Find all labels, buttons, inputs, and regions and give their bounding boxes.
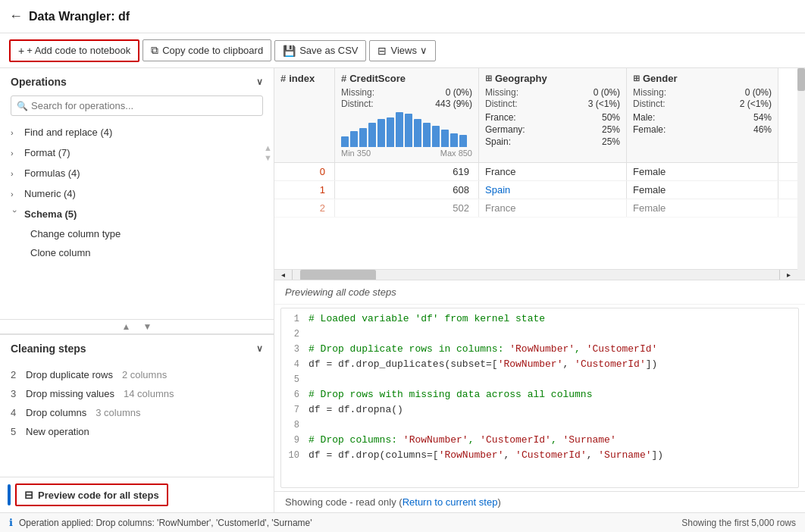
- step-name-3: Drop missing values: [26, 388, 114, 399]
- cleaning-item-5[interactable]: 5 New operation: [0, 422, 274, 441]
- search-icon: 🔍: [17, 101, 28, 111]
- add-code-label: + Add code to notebook: [27, 45, 130, 56]
- ops-item-format[interactable]: › Format (7): [0, 142, 274, 163]
- ops-sub-change-column-type[interactable]: Change column type: [0, 224, 274, 243]
- line-content-2: [309, 328, 798, 343]
- cleaning-item-4[interactable]: 4 Drop columns 3 columns: [0, 403, 274, 422]
- ops-item-numeric[interactable]: › Numeric (4): [0, 183, 274, 204]
- cell-gender-0: Female: [627, 163, 778, 180]
- code-line-8: 8: [281, 419, 798, 434]
- col-header-geography: ⊞ Geography Missing: 0 (0%) Distinct: 3 …: [479, 68, 627, 162]
- ops-item-schema[interactable]: › Schema (5): [0, 204, 274, 224]
- cleaning-item-2[interactable]: 2 Drop duplicate rows 2 columns: [0, 365, 274, 384]
- hscroll-right-btn[interactable]: ▸: [779, 270, 797, 280]
- geo-missing-val: 0 (0%): [594, 87, 620, 98]
- line-num-1: 1: [281, 313, 309, 328]
- left-panel-scroll-down[interactable]: ▼: [264, 154, 272, 162]
- gender-distinct-label: Distinct:: [633, 99, 666, 109]
- gender-female-label: Female:: [633, 124, 666, 135]
- code-line-7: 7 df = df.dropna(): [281, 404, 798, 419]
- views-label: Views ∨: [390, 45, 427, 56]
- cell-index-2: 2: [274, 199, 335, 217]
- chevron-down-icon: ›: [11, 210, 20, 219]
- cleaning-header[interactable]: Cleaning steps ∨: [0, 335, 274, 362]
- line-num-9: 9: [281, 434, 309, 449]
- geo-germany-pct: 25%: [602, 124, 620, 135]
- cell-gender-2: Female: [627, 199, 778, 217]
- preview-btn-area: ⊟ Preview code for all steps: [0, 477, 274, 512]
- ops-numeric-label: Numeric (4): [24, 188, 76, 199]
- geo-distinct-label: Distinct:: [485, 99, 518, 109]
- gender-missing-val: 0 (0%): [745, 87, 772, 98]
- cell-credit-1: 608: [335, 181, 479, 199]
- line-content-4: df = df.drop_duplicates(subset=['RowNumb…: [309, 358, 798, 374]
- return-to-step-link[interactable]: Return to current step: [402, 496, 498, 508]
- code-footer: Showing code - read only (Return to curr…: [274, 491, 805, 512]
- step-detail-2: 2 columns: [122, 369, 167, 380]
- copy-code-button[interactable]: ⧉ Copy code to clipboard: [143, 39, 271, 61]
- grid-vscrollbar[interactable]: [797, 68, 805, 280]
- search-input[interactable]: [11, 95, 263, 116]
- hscroll-left-btn[interactable]: ◂: [274, 270, 293, 280]
- code-preview-label: Previewing all code steps: [274, 280, 805, 305]
- bar-7: [396, 112, 403, 147]
- step-name-2: Drop duplicate rows: [26, 369, 113, 380]
- geo-spain-label: Spain:: [485, 136, 511, 147]
- line-content-7: df = df.dropna(): [309, 404, 798, 419]
- cell-credit-0: 619: [335, 163, 479, 180]
- add-code-button[interactable]: + + Add code to notebook: [9, 39, 139, 62]
- line-content-1: # Loaded variable 'df' from kernel state: [309, 313, 798, 328]
- creditscore-distinct-label: Distinct:: [341, 99, 374, 109]
- back-button[interactable]: ←: [9, 8, 23, 24]
- views-button[interactable]: ⊟ Views ∨: [369, 40, 435, 61]
- views-icon: ⊟: [377, 45, 387, 57]
- gender-missing-label: Missing:: [633, 87, 666, 98]
- chevron-right-icon: ›: [11, 189, 20, 199]
- status-bar: ℹ Operation applied: Drop columns: 'RowN…: [0, 512, 805, 532]
- step-name-4: Drop columns: [26, 407, 86, 418]
- creditscore-col-name: CreditScore: [349, 73, 406, 84]
- cell-geo-1: Spain: [479, 181, 627, 199]
- step-num-4: 4: [11, 407, 20, 418]
- geography-type-icon: ⊞: [485, 74, 492, 83]
- grid-hscrollbar[interactable]: ◂ ▸: [274, 269, 797, 280]
- ops-scroll-down-arrow[interactable]: ▼: [137, 321, 158, 332]
- table-row: 1 608 Spain Female: [274, 181, 797, 199]
- creditscore-missing-val: 0 (0%): [446, 87, 472, 98]
- cleaning-chevron: ∨: [256, 343, 263, 354]
- preview-code-button[interactable]: ⊟ Preview code for all steps: [15, 483, 168, 506]
- ops-sub-clone-column[interactable]: Clone column: [0, 243, 274, 262]
- ops-schema-label: Schema (5): [24, 208, 77, 220]
- operations-header[interactable]: Operations ∨: [0, 68, 274, 95]
- save-csv-button[interactable]: 💾 Save as CSV: [274, 40, 366, 61]
- gender-male-pct: 54%: [753, 112, 772, 123]
- creditscore-chart: [341, 112, 472, 147]
- preview-label-text: Previewing all code steps: [285, 286, 396, 298]
- code-line-1: 1 # Loaded variable 'df' from kernel sta…: [281, 313, 798, 328]
- line-num-6: 6: [281, 389, 309, 404]
- line-num-5: 5: [281, 374, 309, 389]
- ops-find-replace-label: Find and replace (4): [24, 127, 112, 138]
- ops-formulas-label: Formulas (4): [24, 167, 80, 179]
- cleaning-section: Cleaning steps ∨ 2 Drop duplicate rows 2…: [0, 334, 274, 444]
- geo-germany-label: Germany:: [485, 124, 525, 135]
- ops-item-formulas[interactable]: › Formulas (4): [0, 163, 274, 183]
- chart-max: Max 850: [440, 149, 472, 158]
- plus-icon: +: [18, 45, 24, 57]
- line-num-4: 4: [281, 358, 309, 374]
- grid-vscrollbar-thumb: [797, 68, 805, 91]
- preview-code-label: Preview code for all steps: [38, 490, 159, 501]
- ops-item-find-replace[interactable]: › Find and replace (4): [0, 122, 274, 142]
- step-detail-4: 3 columns: [96, 407, 140, 418]
- left-panel-scroll-up[interactable]: ▲: [264, 144, 272, 152]
- cleaning-item-3[interactable]: 3 Drop missing values 14 columns: [0, 384, 274, 403]
- status-text: Operation applied: Drop columns: 'RowNum…: [19, 518, 660, 528]
- code-line-2: 2: [281, 328, 798, 343]
- search-box: 🔍: [11, 95, 263, 116]
- line-content-9: # Drop columns: 'RowNumber', 'CustomerId…: [309, 434, 798, 449]
- geo-link-spain[interactable]: Spain: [485, 184, 510, 196]
- geo-missing-label: Missing:: [485, 87, 518, 98]
- col-header-index: # index: [274, 68, 335, 162]
- ops-scroll-up-arrow[interactable]: ▲: [116, 321, 137, 332]
- geo-spain-pct: 25%: [602, 136, 620, 147]
